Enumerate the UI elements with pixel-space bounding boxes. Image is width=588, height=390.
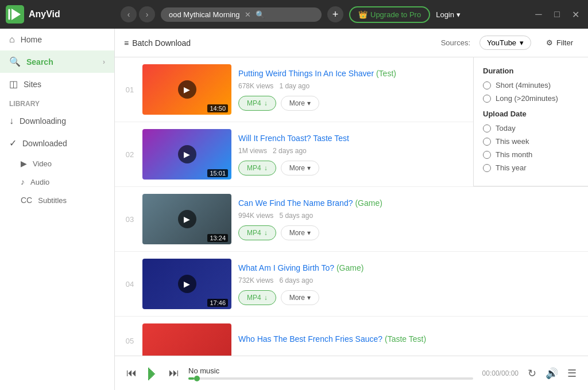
upgrade-label: Upgrade to Pro — [370, 10, 421, 19]
sidebar-item-search[interactable]: 🔍 Search › — [0, 50, 114, 73]
video-title-3[interactable]: Can We Find The Name Brand? (Game) — [238, 198, 579, 208]
new-tab-button[interactable]: + — [327, 6, 343, 22]
filter-this-month-option[interactable]: This month — [483, 150, 579, 159]
mp4-button-1[interactable]: MP4 ↓ — [238, 96, 276, 111]
play-button-2[interactable]: ▶ — [178, 145, 196, 163]
views-4: 732K views — [238, 276, 273, 284]
source-selector[interactable]: YouTube ▾ — [479, 36, 531, 50]
filter-this-week-option[interactable]: This week — [483, 137, 579, 146]
repeat-icon[interactable]: ↻ — [528, 367, 536, 380]
video-info-4: What Am I Giving Birth To? (Game) 732K v… — [238, 263, 579, 305]
ago-2: 2 days ago — [273, 147, 307, 155]
source-chevron-icon: ▾ — [520, 38, 524, 47]
filter-short-radio[interactable] — [483, 81, 491, 89]
filter-this-month-radio[interactable] — [483, 151, 491, 159]
filter-long-option[interactable]: Long (>20minutes) — [483, 94, 579, 103]
prev-button[interactable]: ⏮ — [126, 367, 137, 379]
tab-text: ood Mythical Morning — [169, 10, 240, 19]
forward-button[interactable]: › — [139, 6, 155, 22]
filter-today-radio[interactable] — [483, 124, 491, 132]
sidebar: ⌂ Home 🔍 Search › ◫ Sites Library ↓ Down… — [0, 29, 115, 390]
filter-short-option[interactable]: Short (4minutes) — [483, 81, 579, 89]
title-text-3: Can We Find The Name Brand? — [238, 198, 355, 208]
search-icon: 🔍 — [9, 56, 21, 67]
mp4-button-4[interactable]: MP4 ↓ — [238, 290, 276, 305]
duration-filter-title: Duration — [483, 67, 579, 75]
volume-icon[interactable]: 🔊 — [546, 367, 558, 380]
batch-download-button[interactable]: ≡ Batch Download — [124, 38, 191, 48]
thumbnail-2[interactable]: ▶ 15:01 — [142, 129, 231, 180]
views-1: 678K views — [238, 82, 273, 90]
back-button[interactable]: ‹ — [121, 6, 137, 22]
sidebar-item-audio[interactable]: ♪ Audio — [0, 173, 114, 191]
mp4-button-2[interactable]: MP4 ↓ — [238, 161, 276, 176]
video-icon: ▶ — [21, 159, 27, 168]
more-button-4[interactable]: More ▾ — [281, 290, 319, 305]
search-arrow-icon: › — [103, 58, 105, 66]
sidebar-downloading-label: Downloading — [20, 116, 66, 126]
title-bar: AnyVid ‹ › ood Mythical Morning ✕ 🔍 + 👑 … — [0, 0, 588, 29]
thumbnail-5[interactable] — [142, 323, 231, 356]
download-icon-4: ↓ — [264, 294, 268, 302]
sources-label: Sources: — [441, 38, 470, 47]
filter-button[interactable]: ⚙ Filter — [540, 36, 579, 49]
ago-4: 6 days ago — [279, 276, 313, 284]
thumbnail-4[interactable]: ▶ 17:46 — [142, 259, 231, 309]
video-title-5[interactable]: Who Has The Best French Fries Sauce? (Ta… — [238, 334, 579, 344]
filter-this-week-radio[interactable] — [483, 138, 491, 146]
play-button-1[interactable]: ▶ — [178, 80, 196, 99]
search-tab[interactable]: ood Mythical Morning ✕ 🔍 — [161, 7, 322, 22]
more-button-1[interactable]: More ▾ — [281, 96, 319, 111]
maximize-button[interactable]: □ — [550, 9, 564, 20]
sites-icon: ◫ — [9, 79, 18, 89]
video-num-3: 03 — [124, 215, 136, 224]
sidebar-item-video[interactable]: ▶ Video — [0, 154, 114, 173]
play-button-4[interactable]: ▶ — [178, 275, 196, 293]
title-tag-3: (Game) — [355, 198, 382, 208]
audio-icon: ♪ — [21, 177, 25, 186]
content-panel-inner: 01 ▶ 14:50 Putting Weird Things In An Ic… — [115, 57, 588, 356]
mp4-button-3[interactable]: MP4 ↓ — [238, 225, 276, 240]
downloaded-icon: ✓ — [9, 138, 17, 149]
next-button[interactable]: ⏭ — [169, 367, 179, 379]
logo-area: AnyVid — [6, 5, 115, 24]
batch-icon: ≡ — [124, 38, 129, 48]
close-button[interactable]: ✕ — [568, 9, 582, 20]
upgrade-button[interactable]: 👑 Upgrade to Pro — [349, 6, 430, 23]
player-progress-bar[interactable] — [188, 377, 473, 380]
mp4-label-3: MP4 — [247, 229, 261, 237]
filter-this-year-radio[interactable] — [483, 164, 491, 172]
thumbnail-1[interactable]: ▶ 14:50 — [142, 64, 231, 115]
login-button[interactable]: Login ▾ — [436, 10, 461, 19]
sidebar-subtitles-label: Subtitles — [38, 196, 67, 205]
more-button-3[interactable]: More ▾ — [281, 225, 319, 240]
sidebar-item-subtitles[interactable]: CC Subtitles — [0, 191, 114, 209]
mp4-label-1: MP4 — [247, 99, 261, 107]
app-name: AnyVid — [29, 9, 60, 20]
sidebar-item-downloading[interactable]: ↓ Downloading — [0, 110, 114, 132]
filter-this-year-option[interactable]: This year — [483, 163, 579, 172]
filter-today-label: Today — [496, 124, 516, 132]
video-actions-3: MP4 ↓ More ▾ — [238, 225, 579, 240]
play-button-3[interactable]: ▶ — [178, 210, 196, 228]
home-icon: ⌂ — [9, 34, 15, 45]
sidebar-item-sites[interactable]: ◫ Sites — [0, 73, 114, 95]
filter-long-radio[interactable] — [483, 95, 491, 103]
play-pause-button[interactable]: ⏵ — [144, 362, 162, 384]
downloading-icon: ↓ — [9, 116, 14, 126]
sidebar-item-home[interactable]: ⌂ Home — [0, 29, 114, 50]
title-text-1: Putting Weird Things In An Ice Shaver — [238, 69, 376, 78]
video-title-4[interactable]: What Am I Giving Birth To? (Game) — [238, 263, 579, 273]
filter-today-option[interactable]: Today — [483, 124, 579, 132]
playlist-icon[interactable]: ☰ — [567, 367, 577, 380]
sidebar-item-downloaded[interactable]: ✓ Downloaded — [0, 132, 114, 154]
sidebar-home-label: Home — [21, 35, 42, 44]
tab-close-icon[interactable]: ✕ — [245, 10, 251, 19]
video-item-5: 05 Who Has The Best French Fries Sauce? … — [115, 317, 588, 356]
thumbnail-3[interactable]: ▶ 13:24 — [142, 194, 231, 244]
minimize-button[interactable]: ─ — [532, 9, 546, 20]
more-chevron-icon-4: ▾ — [307, 294, 311, 302]
more-button-2[interactable]: More ▾ — [281, 161, 319, 176]
content-header: ≡ Batch Download Sources: YouTube ▾ ⚙ Fi… — [115, 29, 588, 57]
ago-3: 5 days ago — [279, 212, 313, 220]
